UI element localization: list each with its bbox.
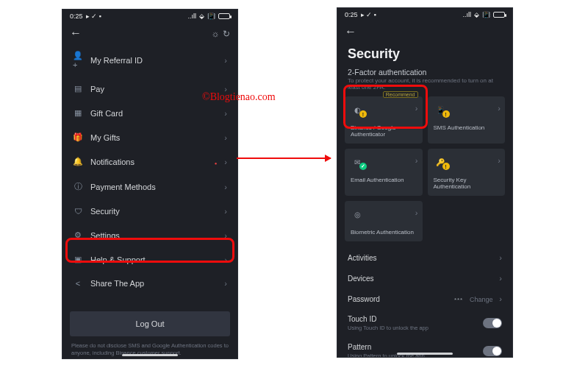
opt-touch-id[interactable]: Touch ID Using Touch ID to unlock the ap… (337, 309, 512, 337)
chevron-right-icon: › (415, 104, 418, 113)
wifi-icon: ⬙ (199, 13, 204, 20)
card-label: Binance / Google Authenticator (351, 124, 417, 138)
card-email[interactable]: ✉✓›Email Authentication (345, 149, 423, 196)
sidebar-item-share[interactable]: <Share The App› (65, 272, 234, 295)
referral-icon: 👤+ (73, 51, 83, 69)
signal-icon: ..ıll (187, 13, 196, 20)
chevron-right-icon: › (224, 183, 227, 191)
card-sms[interactable]: 📱!›SMS Authentication (428, 96, 506, 144)
ok-badge-icon: ✓ (359, 163, 367, 170)
chevron-right-icon: › (498, 156, 501, 165)
card-label: SMS Authentication (434, 124, 500, 131)
card-label: Email Authentication (351, 177, 417, 183)
card-label: Biometric Authentication (351, 229, 417, 236)
wifi-icon: ⬙ (474, 11, 479, 18)
warn-badge-icon: ! (359, 110, 367, 118)
sidebar-item-label: Pay (90, 85, 104, 93)
gifts-icon: 🎁 (73, 132, 83, 142)
refresh-icon[interactable]: ↻ (223, 29, 230, 39)
status-icons: ▸ ✓ ▪ (86, 13, 101, 20)
phone-left: 0:25 ▸ ✓ ▪ ..ıll ⬙ 📳 ← ☼ ↻ 👤+My Referral… (62, 9, 238, 359)
battery-icon (218, 13, 230, 19)
chevron-right-icon: › (415, 156, 418, 165)
opt-activities[interactable]: Activities › (337, 247, 512, 268)
card-seckey[interactable]: 🔑!›Security Key Authentication (428, 149, 506, 196)
sidebar-item-settings[interactable]: ⚙Settings› (65, 223, 234, 247)
chevron-right-icon: › (224, 207, 227, 216)
opt-label: Devices (348, 275, 374, 283)
sidebar-item-notifications[interactable]: 🔔Notifications› (65, 149, 234, 174)
settings-icon: ⚙ (73, 230, 83, 240)
logout-button[interactable]: Log Out (70, 311, 230, 336)
warn-badge-icon: ! (442, 110, 450, 118)
sidebar-item-label: Share The App (90, 279, 144, 288)
chevron-right-icon: › (224, 56, 227, 65)
watermark: ©Blogtienao.com (202, 91, 276, 103)
topbar: ← (337, 21, 512, 42)
help-icon: ▣ (73, 255, 83, 264)
change-label: Change (470, 296, 493, 303)
chevron-right-icon: › (224, 255, 227, 264)
chevron-right-icon: › (224, 231, 227, 240)
status-time: 0:25 (70, 13, 83, 20)
sidebar-item-payment[interactable]: ⓘPayment Methods› (65, 174, 234, 199)
biometric-icon: ◎ (351, 208, 364, 221)
chevron-right-icon: › (499, 294, 502, 303)
theme-icon[interactable]: ☼ (212, 29, 220, 39)
sidebar-item-giftcard[interactable]: ▦Gift Card› (65, 101, 234, 125)
opt-label: Pattern (348, 343, 425, 351)
signal-icon: ..ıll (462, 11, 471, 18)
chevron-right-icon: › (415, 208, 418, 217)
sidebar-item-security[interactable]: 🛡Security› (65, 199, 234, 223)
topbar: ← ☼ ↻ (62, 23, 237, 43)
opt-devices[interactable]: Devices › (337, 268, 512, 289)
sidebar-item-label: Settings (90, 231, 120, 240)
two-fa-grid: Recommend◐!›Binance / Google Authenticat… (337, 96, 512, 246)
opt-password[interactable]: Password *** Change › (337, 289, 512, 309)
home-indicator (122, 354, 178, 356)
security-options: Activities › Devices › Password *** Chan… (337, 246, 512, 358)
status-icons: ▸ ✓ ▪ (361, 11, 376, 18)
sidebar-item-help[interactable]: ▣Help & Support› (65, 247, 234, 272)
card-biometric[interactable]: ◎›Biometric Authentication (345, 201, 423, 241)
battery-icon (493, 12, 505, 18)
back-icon[interactable]: ← (345, 25, 356, 38)
sidebar-item-label: Help & Support (90, 255, 146, 264)
card-label: Security Key Authentication (434, 177, 500, 190)
chevron-right-icon: › (224, 109, 227, 118)
sidebar-item-label: Notifications (90, 158, 135, 166)
phone-right: 0:25 ▸ ✓ ▪ ..ıll ⬙ 📳 ← Security 2-Factor… (337, 7, 513, 358)
home-indicator (397, 353, 453, 355)
opt-label: Activities (348, 254, 376, 262)
page-title: Security (337, 42, 512, 63)
opt-label: Password (348, 295, 380, 303)
sidebar-item-label: My Referral ID (90, 56, 143, 65)
share-icon: < (73, 279, 83, 288)
sidebar-item-label: Gift Card (90, 109, 123, 118)
payment-icon: ⓘ (73, 181, 83, 192)
section-desc: To protect your account, it is recommend… (337, 77, 512, 96)
back-icon[interactable]: ← (70, 26, 82, 40)
seckey-icon: 🔑! (434, 155, 447, 169)
sidebar-item-label: My Gifts (90, 133, 120, 142)
vibrate-icon: 📳 (482, 11, 490, 18)
status-time: 0:25 (345, 11, 358, 18)
opt-sub: Using Touch ID to unlock the app (348, 325, 429, 331)
sidebar-item-referral[interactable]: 👤+My Referral ID› (65, 43, 234, 77)
opt-label: Touch ID (348, 315, 429, 323)
card-authenticator[interactable]: Recommend◐!›Binance / Google Authenticat… (345, 96, 423, 144)
sidebar-item-label: Payment Methods (90, 183, 156, 191)
security-icon: 🛡 (73, 207, 83, 216)
status-bar: 0:25 ▸ ✓ ▪ ..ıll ⬙ 📳 (337, 8, 512, 21)
toggle-touch-id[interactable] (483, 318, 502, 328)
sidebar-item-gifts[interactable]: 🎁My Gifts› (65, 125, 234, 149)
pay-icon: ▤ (73, 84, 83, 93)
email-icon: ✉✓ (351, 155, 364, 169)
tutorial-arrow (237, 158, 331, 159)
account-menu: 👤+My Referral ID›▤Pay›▦Gift Card›🎁My Gif… (62, 43, 237, 295)
chevron-right-icon: › (498, 104, 501, 113)
chevron-right-icon: › (224, 133, 227, 142)
chevron-right-icon: › (499, 274, 502, 283)
toggle-pattern[interactable] (483, 346, 502, 356)
recommend-tag: Recommend (383, 91, 418, 98)
